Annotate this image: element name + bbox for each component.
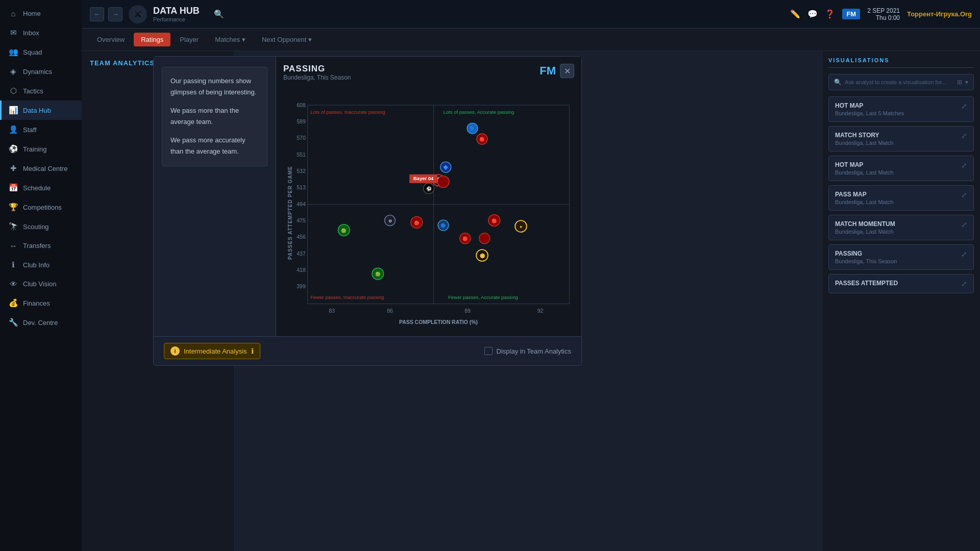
intermediate-label: Intermediate Analysis [184,347,247,355]
question-icon: ❓ [825,9,835,19]
expand-icon[interactable]: ⤢ [961,161,967,169]
sidebar-item-label: Home [23,10,41,17]
intermediate-analysis-badge[interactable]: i Intermediate Analysis ℹ [164,343,260,359]
svg-text:⚽: ⚽ [426,186,432,192]
subnav: Overview Ratings Player Matches ▾ Next O… [82,29,980,51]
sidebar-item-tactics[interactable]: ⬡ Tactics [0,81,82,101]
scatter-plot-area: 608 589 570 551 532 513 494 475 456 437 [293,89,574,336]
svg-text:🔵: 🔵 [440,223,446,229]
sidebar-item-label: Scouting [23,223,49,231]
viz-card-title: PASS MAP [835,191,893,198]
viz-card-title: HOT MAP [835,102,904,109]
chart-area: PASSING Bundesliga, This Season FM ✕ PAS… [276,57,581,336]
expand-icon[interactable]: ⤢ [961,102,967,110]
help-icon: 💬 [807,9,818,19]
sidebar-item-training[interactable]: ⚽ Training [0,139,82,159]
subnav-player[interactable]: Player [173,33,206,46]
expand-icon[interactable]: ⤢ [961,280,967,288]
sidebar-item-clubinfo[interactable]: ℹ Club Info [0,255,82,274]
clubinfo-icon: ℹ [9,260,18,269]
expand-icon[interactable]: ⤢ [961,250,967,258]
scatter-wrapper: PASSES ATTEMPTED PER GAME [283,89,574,336]
sidebar-item-schedule[interactable]: 📅 Schedule [0,178,82,197]
sidebar-item-label: Inbox [23,29,39,37]
viz-card-hotmap-5matches[interactable]: HOT MAP Bundesliga, Last 5 Matches ⤢ [828,96,974,122]
viz-card-sub: Bundesliga, Last Match [835,199,893,205]
analysis-line3: We pass more accurately than the average… [170,135,259,157]
chart-modal: Our passing numbers show glimpses of bei… [153,56,582,366]
sidebar-item-home[interactable]: ⌂ Home [0,4,82,23]
viz-card-title: PASSES ATTEMPTED [835,280,898,287]
sidebar-item-competitions[interactable]: 🏆 Competitions [0,197,82,217]
close-button[interactable]: ✕ [560,64,574,78]
club-badge[interactable]: ⚔ [129,5,147,23]
sidebar-item-squad[interactable]: 👥 Squad [0,42,82,62]
tactics-icon: ⬡ [9,86,18,95]
viz-card-hotmap-last[interactable]: HOT MAP Bundesliga, Last Match ⤢ [828,156,974,181]
datahub-icon: 📊 [9,106,18,115]
intermediate-info-icon: ℹ [251,347,254,355]
datahub-branding: DATA HUB Performance [153,6,200,22]
viz-card-match-momentum[interactable]: MATCH MOMENTUM Bundesliga, Last Match ⤢ [828,215,974,240]
subnav-overview[interactable]: Overview [90,33,132,46]
sidebar-item-transfers[interactable]: ↔ Transfers [0,236,82,255]
edit-icon: ✏️ [790,9,800,19]
staff-icon: 👤 [9,125,18,134]
sidebar-item-dynamics[interactable]: ◈ Dynamics [0,62,82,81]
subnav-ratings[interactable]: Ratings [134,33,170,46]
subnav-matches[interactable]: Matches ▾ [208,33,253,46]
viz-card-passing[interactable]: PASSING Bundesliga, This Season ⤢ [828,244,974,270]
back-button[interactable]: ← [90,7,104,21]
sidebar-item-label: Competitions [23,204,62,211]
expand-icon[interactable]: ⤢ [961,132,967,140]
analysis-line2: We pass more than the average team. [170,105,259,128]
svg-text:Lots of passes, Inaccurate pas: Lots of passes, Inaccurate passing [310,109,385,115]
sidebar-item-datahub[interactable]: 📊 Data Hub [0,101,82,120]
datahub-subtitle: Performance [153,16,200,22]
svg-text:551: 551 [297,152,306,158]
viz-card-passes-attempted[interactable]: PASSES ATTEMPTED ⤢ [828,274,974,293]
viz-card-pass-map[interactable]: PASS MAP Bundesliga, Last Match ⤢ [828,185,974,211]
svg-text:PASS COMPLETION RATIO (%): PASS COMPLETION RATIO (%) [399,319,478,325]
analysis-line1: Our passing numbers show glimpses of bei… [170,76,259,98]
viz-card-sub: Bundesliga, Last Match [835,229,895,235]
svg-text:89: 89 [464,308,471,314]
svg-text:437: 437 [297,251,306,257]
svg-text:Fewer passes, Accurate passing: Fewer passes, Accurate passing [448,294,518,300]
svg-text:532: 532 [297,168,306,174]
sidebar-item-label: Staff [23,126,37,134]
sidebar-item-medical[interactable]: ✚ Medical Centre [0,159,82,178]
sidebar-item-label: Transfers [23,242,51,249]
sidebar-item-finances[interactable]: 💰 Finances [0,293,82,313]
training-icon: ⚽ [9,144,18,154]
sidebar-item-clubvision[interactable]: 👁 Club Vision [0,274,82,293]
expand-icon[interactable]: ⤢ [961,191,967,199]
sidebar-item-label: Tactics [23,87,43,95]
topbar: ← → ⚔ DATA HUB Performance 🔍 ✏️ 💬 ❓ FM 2… [82,0,980,29]
home-icon: ⌂ [9,9,18,18]
subnav-next-opponent[interactable]: Next Opponent ▾ [255,33,319,46]
display-in-team-analytics[interactable]: Display in Team Analytics [484,347,571,355]
schedule-icon: 📅 [9,183,18,192]
svg-point-38 [437,176,449,188]
devcentre-icon: 🔧 [9,318,18,327]
expand-icon[interactable]: ⤢ [961,220,967,229]
sidebar-item-staff[interactable]: 👤 Staff [0,120,82,139]
sidebar-item-scouting[interactable]: 🔭 Scouting [0,217,82,236]
svg-text:🔴: 🔴 [479,137,485,142]
forward-button[interactable]: → [108,7,122,21]
sidebar-item-devcentre[interactable]: 🔧 Dev. Centre [0,313,82,332]
right-panel-header: VISUALISATIONS [828,57,974,68]
svg-text:Bayer 04: Bayer 04 [413,176,434,181]
content-area: TEAM ANALYTICS Our passing numbers show … [82,51,980,551]
display-check-label: Display in Team Analytics [497,347,571,355]
display-checkbox[interactable] [484,347,493,355]
sidebar-item-inbox[interactable]: ✉ Inbox [0,23,82,42]
svg-text:🔴: 🔴 [414,220,420,226]
ask-analyst-bar[interactable]: 🔍 Ask analyst to create a visualisation … [828,74,974,90]
svg-text:86: 86 [387,308,393,314]
viz-card-match-story[interactable]: MATCH STORY Bundesliga, Last Match ⤢ [828,126,974,152]
search-icon: 🔍 [214,9,224,19]
viz-card-title: PASSING [835,250,897,257]
finances-icon: 💰 [9,298,18,308]
